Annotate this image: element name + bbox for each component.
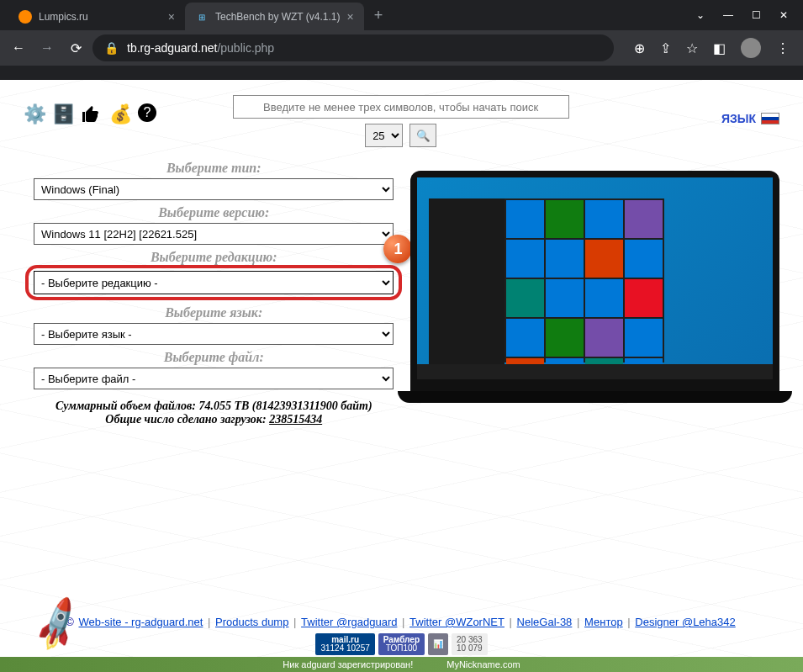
footer-link[interactable]: Ментор	[584, 616, 623, 628]
thumbs-up-icon[interactable]	[81, 103, 101, 125]
favicon-icon	[18, 10, 32, 24]
search-input[interactable]	[233, 95, 569, 119]
version-label: Выберите версию:	[34, 205, 394, 220]
type-label: Выберите тип:	[34, 161, 394, 176]
lang-select[interactable]: - Выберите язык -	[34, 323, 394, 345]
new-tab-button[interactable]: +	[364, 7, 394, 24]
search-icon[interactable]: ⊕	[634, 40, 645, 56]
language-switcher[interactable]: ЯЗЫК	[721, 112, 779, 125]
downloads-link[interactable]: 238515434	[269, 413, 322, 426]
footer-link[interactable]: Web-site - rg-adguard.net	[78, 616, 203, 628]
help-icon[interactable]: ?	[138, 103, 156, 122]
close-icon[interactable]: ×	[168, 10, 175, 24]
edition-label: Выберите редакцию:	[34, 250, 394, 265]
liveinternet-stats[interactable]: 20 36310 079	[452, 633, 488, 655]
forward-button[interactable]: →	[35, 36, 59, 60]
footer-links: © Web-site - rg-adguard.net | Products d…	[0, 616, 803, 628]
edition-select[interactable]: - Выберите редакцию -	[34, 271, 394, 294]
browser-tab-techbench[interactable]: ⊞ TechBench by WZT (v4.1.1) ×	[185, 3, 364, 31]
chevron-down-icon[interactable]: ⌄	[696, 9, 705, 21]
profile-button[interactable]	[741, 38, 761, 58]
address-bar[interactable]: 🔒 tb.rg-adguard.net/public.php	[92, 34, 614, 61]
counter-badges: mail.ru31124 10257 РамблерТОП100 📊 20 36…	[0, 633, 803, 655]
highlight-callout: - Выберите редакцию -	[25, 265, 402, 300]
footer-link[interactable]: Twitter @WZorNET	[409, 616, 505, 628]
laptop-image	[410, 171, 779, 398]
menu-icon[interactable]: ⋮	[776, 40, 790, 56]
total-size-text: Суммарный объем файлов: 74.055 TB (81423…	[34, 399, 394, 413]
downloads-text: Общие число сделано загрузок: 238515434	[34, 413, 394, 426]
annotation-badge: 1	[383, 235, 412, 263]
lang-label: Выберите язык:	[34, 305, 394, 320]
gear-icon[interactable]: ⚙️	[24, 103, 44, 125]
money-bag-icon[interactable]: 💰	[109, 103, 129, 125]
liveinternet-counter[interactable]: 📊	[428, 633, 448, 655]
favicon-icon: ⊞	[195, 10, 209, 24]
tab-title: TechBench by WZT (v4.1.1)	[215, 11, 341, 23]
database-icon[interactable]: 🗄️	[52, 103, 72, 125]
file-select[interactable]: - Выберите файл -	[34, 368, 394, 389]
nickname-bar[interactable]: Ник adguard зарегистрирован!MyNickname.c…	[0, 657, 803, 672]
search-button[interactable]: 🔍	[409, 124, 436, 147]
share-icon[interactable]: ⇪	[660, 40, 671, 56]
tab-title: Lumpics.ru	[39, 11, 88, 23]
per-page-select[interactable]: 25	[365, 124, 403, 147]
type-select[interactable]: Windows (Final)	[34, 178, 394, 200]
reload-button[interactable]: ⟳	[64, 36, 87, 60]
maximize-icon[interactable]: ☐	[752, 9, 761, 21]
browser-tab-lumpics[interactable]: Lumpics.ru ×	[8, 3, 185, 31]
footer-link[interactable]: Designer @Leha342	[635, 616, 735, 628]
reader-icon[interactable]: ◧	[713, 40, 726, 56]
footer-link[interactable]: NeleGal-38	[517, 616, 573, 628]
lock-icon: 🔒	[104, 41, 119, 55]
file-label: Выберите файл:	[34, 350, 394, 365]
minimize-icon[interactable]: ―	[723, 9, 733, 21]
mailru-counter[interactable]: mail.ru31124 10257	[315, 633, 374, 655]
close-icon[interactable]: ×	[347, 10, 354, 24]
back-button[interactable]: ←	[7, 36, 30, 60]
url-text: tb.rg-adguard.net/public.php	[127, 41, 274, 55]
rambler-counter[interactable]: РамблерТОП100	[378, 633, 425, 655]
bookmark-icon[interactable]: ☆	[686, 40, 698, 56]
footer-link[interactable]: Twitter @rgadguard	[301, 616, 397, 628]
flag-ru-icon	[761, 113, 779, 124]
footer-link[interactable]: Products dump	[215, 616, 288, 628]
close-window-icon[interactable]: ✕	[779, 9, 788, 21]
version-select[interactable]: Windows 11 [22H2] [22621.525]	[34, 223, 394, 245]
language-label: ЯЗЫК	[721, 112, 756, 125]
